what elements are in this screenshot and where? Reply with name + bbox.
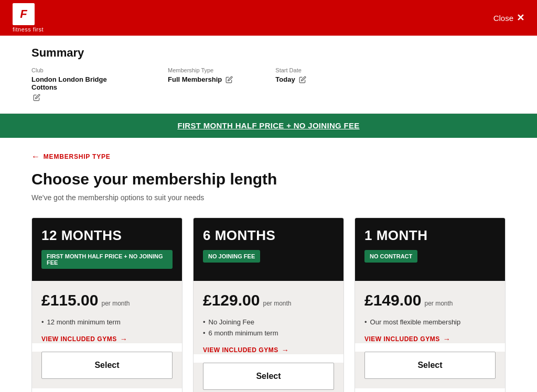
card-months: 6 MONTHS (203, 227, 334, 244)
view-gyms-arrow-icon: → (120, 335, 128, 343)
page-subtitle: We've got the membership options to suit… (31, 193, 506, 202)
feature-item: 12 month minimum term (41, 317, 173, 328)
close-icon: ✕ (517, 12, 524, 24)
view-gyms-arrow-icon: → (443, 335, 451, 343)
card-badge: NO JOINING FEE (203, 250, 260, 263)
view-gyms-label: VIEW INCLUDED GYMS (41, 335, 117, 343)
site-header: F fitness first Close ✕ (0, 0, 537, 36)
select-button[interactable]: Select (41, 352, 173, 379)
promo-link[interactable]: FIRST MONTH HALF PRICE + NO JOINING FEE (177, 121, 359, 130)
membership-card-0: 12 MONTHS FIRST MONTH HALF PRICE + NO JO… (31, 217, 182, 392)
feature-item: Our most flexible membership (364, 317, 496, 328)
cards-container: 12 MONTHS FIRST MONTH HALF PRICE + NO JO… (31, 217, 506, 392)
startdate-value: Today (275, 75, 306, 84)
card-footer: Select (355, 352, 505, 388)
card-features: No Joining Fee6 month minimum term (203, 317, 334, 339)
back-link[interactable]: ← MEMBERSHIP TYPE (31, 153, 506, 161)
card-months: 12 MONTHS (41, 227, 173, 244)
logo-letter: F (20, 7, 27, 21)
card-months: 1 MONTH (364, 227, 496, 244)
view-gyms-link[interactable]: VIEW INCLUDED GYMS → (203, 346, 334, 354)
page-heading: Choose your membership length (31, 170, 506, 188)
card-price: £115.00 per month (41, 291, 173, 309)
membership-card-2: 1 MONTH NO CONTRACT £149.00 per month Ou… (355, 217, 506, 392)
card-body: £129.00 per month No Joining Fee6 month … (194, 281, 343, 354)
startdate-field: Start Date Today (275, 67, 306, 84)
card-features: 12 month minimum term (41, 317, 173, 328)
club-value: London London Bridge Cottons (31, 75, 126, 102)
club-label: Club (31, 67, 126, 73)
logo: F fitness first (13, 3, 44, 32)
view-gyms-link[interactable]: VIEW INCLUDED GYMS → (41, 335, 173, 343)
back-arrow-icon: ← (31, 153, 40, 161)
startdate-edit-icon[interactable] (298, 75, 307, 84)
card-price: £129.00 per month (203, 291, 334, 309)
membership-card-1: 6 MONTHS NO JOINING FEE £129.00 per mont… (193, 217, 344, 392)
membership-value: Full Membership (168, 75, 233, 84)
logo-text: fitness first (13, 26, 44, 32)
main-content: ← MEMBERSHIP TYPE Choose your membership… (0, 138, 537, 392)
card-badge: NO CONTRACT (364, 250, 417, 263)
price-period: per month (263, 300, 291, 307)
select-button[interactable]: Select (203, 363, 334, 390)
summary-fields: Club London London Bridge Cottons Member… (31, 67, 506, 102)
view-gyms-label: VIEW INCLUDED GYMS (203, 346, 278, 354)
price-period: per month (424, 300, 453, 307)
view-gyms-arrow-icon: → (282, 346, 289, 354)
card-body: £149.00 per month Our most flexible memb… (355, 281, 505, 343)
card-footer: Select (194, 363, 343, 392)
price-amount: £115.00 (41, 291, 98, 309)
view-gyms-label: VIEW INCLUDED GYMS (364, 335, 440, 343)
card-body: £115.00 per month 12 month minimum term … (32, 281, 182, 343)
logo-icon: F (13, 3, 35, 25)
summary-title: Summary (31, 46, 506, 60)
membership-field: Membership Type Full Membership (168, 67, 233, 84)
membership-edit-icon[interactable] (225, 75, 233, 84)
card-header: 6 MONTHS NO JOINING FEE (194, 218, 343, 281)
card-header: 1 MONTH NO CONTRACT (355, 218, 505, 281)
club-edit-icon[interactable] (33, 93, 41, 102)
card-features: Our most flexible membership (364, 317, 496, 328)
startdate-label: Start Date (275, 67, 306, 73)
close-button[interactable]: Close ✕ (493, 12, 524, 24)
price-period: per month (101, 300, 130, 307)
summary-section: Summary Club London London Bridge Cotton… (0, 36, 537, 114)
close-label: Close (493, 14, 513, 23)
card-badge: FIRST MONTH HALF PRICE + NO JOINING FEE (41, 250, 173, 269)
view-gyms-link[interactable]: VIEW INCLUDED GYMS → (364, 335, 496, 343)
feature-item: 6 month minimum term (203, 328, 334, 339)
price-amount: £129.00 (203, 291, 260, 309)
feature-item: No Joining Fee (203, 317, 334, 328)
card-header: 12 MONTHS FIRST MONTH HALF PRICE + NO JO… (32, 218, 182, 281)
card-footer: Select (32, 352, 182, 388)
card-price: £149.00 per month (364, 291, 496, 309)
membership-label: Membership Type (168, 67, 233, 73)
select-button[interactable]: Select (364, 352, 496, 379)
price-amount: £149.00 (364, 291, 421, 309)
back-label: MEMBERSHIP TYPE (44, 153, 111, 160)
club-field: Club London London Bridge Cottons (31, 67, 126, 102)
promo-banner[interactable]: FIRST MONTH HALF PRICE + NO JOINING FEE (0, 114, 537, 138)
